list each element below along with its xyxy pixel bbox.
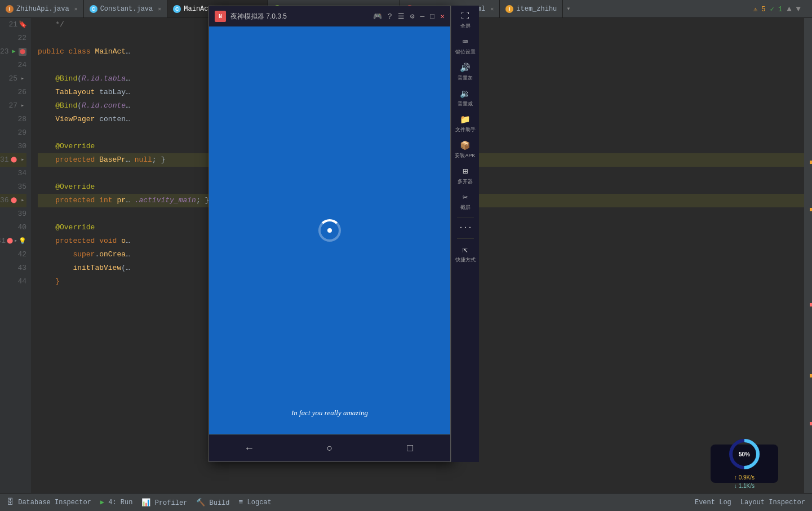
expand-icon-25[interactable]: ▸ [19,75,26,83]
right-scrollbar[interactable] [804,18,812,493]
nox-titlebar: N 夜神模拟器 7.0.3.5 🎮 ? ☰ ⚙ — □ ✕ [209,6,450,26]
event-log-button[interactable]: Event Log [695,499,731,506]
nox-keyboard-label: 键位设置 [455,48,476,56]
nox-window-controls: 🎮 ? ☰ ⚙ — □ ✕ [373,12,445,21]
nox-emulator-overlay: N 夜神模拟器 7.0.3.5 🎮 ? ☰ ⚙ — □ ✕ In fact yo… [208,6,479,462]
profiler-button[interactable]: 📊 Profiler [141,498,187,507]
nox-keyboard-icon: ⌨ [463,37,468,47]
nox-home-button[interactable]: ○ [320,438,340,459]
nox-keyboard-button[interactable]: ⌨ 键位设置 [452,34,478,59]
gutter-line-29: 29 [0,126,26,140]
spinner-center-dot [327,228,332,233]
gutter-line-26: 26 [0,86,26,99]
layout-inspector-button[interactable]: Layout Inspector [740,499,805,506]
nox-more-button[interactable]: ··· [452,220,478,235]
tab-zhihuapi[interactable]: I ZhihuApi.java ✕ [0,0,84,18]
nox-fullscreen-label: 全屏 [460,23,471,30]
ok-indicator: ✓ 1 [770,5,783,14]
tab-icon-itemzhihu: I [505,5,513,13]
line-number-gutter: 21 🔖 22 23 ▶ ⬤ 24 25 ▸ 26 27 ▸ [0,18,31,493]
nox-maximize-icon[interactable]: □ [430,12,434,21]
nox-screenshot-label: 截屏 [460,204,471,211]
nox-tagline: In fact you really amazing [209,408,450,417]
warning-indicator: ⚠ 5 [753,5,766,14]
gutter-line-22: 22 [0,32,26,45]
speed-readings: ↑ 0.9K/s ↓ 1.1K/s [734,474,755,489]
gutter-line-30: 30 [0,140,26,153]
nav-down-arrow[interactable]: ▼ [796,5,801,14]
tab-close-constant[interactable]: ✕ [158,6,161,12]
nox-logo: N [215,11,226,22]
nox-apk-label: 安装APK [455,152,475,159]
speed-percent: 50% [739,451,750,457]
speed-down: ↓ 1.1K/s [734,483,755,489]
nox-close-icon[interactable]: ✕ [440,12,445,21]
database-inspector-label: Database Inspector [18,499,91,506]
event-log-label: Event Log [695,499,731,506]
tab-overflow-button[interactable]: ▾ [563,5,574,13]
nox-volume-up-button[interactable]: 🔊 音量加 [452,60,478,85]
nox-gamepad-icon[interactable]: 🎮 [373,12,382,21]
nox-phone-screen[interactable]: In fact you really amazing [209,26,450,434]
run-icon-23[interactable]: ▶ [10,48,18,56]
nox-menu-icon[interactable]: ☰ [398,12,405,21]
scroll-marker-warning-1 [810,161,812,164]
expand-icon-41[interactable]: ▸ [14,237,17,245]
gutter-line-34: 34 [0,167,26,180]
nox-back-button[interactable]: ← [239,438,259,459]
nox-volume-down-button[interactable]: 🔉 音量减 [452,86,478,110]
scroll-marker-warning-2 [810,208,812,211]
tab-label-itemzhihu: item_zhihu [516,5,557,13]
speed-overlay: 50% ↑ 0.9K/s ↓ 1.1K/s [711,445,778,483]
run-label: 4: Run [108,499,132,506]
build-button[interactable]: 🔨 Build [196,498,229,507]
nox-shortcut-button[interactable]: ⇱ 快捷方式 [452,242,478,266]
gutter-line-21: 21 🔖 [0,18,26,32]
gutter-line-23: 23 ▶ ⬤ [0,45,26,59]
nox-recents-button[interactable]: □ [400,438,420,459]
nox-screenshot-button[interactable]: ✂ 截屏 [452,189,478,214]
expand-icon-36[interactable]: ▸ [19,197,26,205]
nox-volume-down-label: 音量减 [458,100,473,108]
breakpoint-icon-23[interactable]: ⬤ [19,48,26,56]
tab-close-activitymain[interactable]: ✕ [490,6,494,12]
logcat-button[interactable]: ≡ Logcat [239,498,272,506]
nox-settings-icon[interactable]: ⚙ [410,12,415,21]
scroll-marker-warning-3 [810,374,812,377]
nox-apk-button[interactable]: 📦 安装APK [452,137,478,162]
gutter-line-28: 28 [0,113,26,126]
nox-multi-button[interactable]: ⊞ 多开器 [452,163,478,188]
bulb-icon-41[interactable]: 💡 [19,237,26,245]
nox-sidebar: ⛶ 全屏 ⌨ 键位设置 🔊 音量加 🔉 音量减 📁 文件助手 📦 安装APK ⊞… [451,6,479,462]
nox-question-icon[interactable]: ? [388,12,392,21]
tab-icon-constant: C [90,5,97,13]
tab-constant[interactable]: C Constant.java ✕ [84,0,168,18]
tab-itemzhihu[interactable]: I item_zhihu [500,0,563,18]
run-button[interactable]: ▶ 4: Run [100,498,133,506]
database-inspector-button[interactable]: 🗄 Database Inspector [7,498,91,506]
nox-more-icon: ··· [458,223,472,233]
error-icon-36: ⬤ [10,197,18,205]
nox-multi-label: 多开器 [458,178,473,185]
nox-file-button[interactable]: 📁 文件助手 [452,112,478,136]
tab-label-constant: Constant.java [100,5,153,13]
expand-icon-31[interactable]: ▸ [19,156,26,164]
nox-fullscreen-button[interactable]: ⛶ 全屏 [452,8,478,33]
nox-apk-icon: 📦 [460,140,471,151]
nox-file-icon: 📁 [460,114,471,125]
nav-up-arrow[interactable]: ▲ [787,5,791,14]
gutter-line-42: 42 [0,248,26,261]
profiler-label: Profiler [155,499,188,507]
profiler-icon: 📊 [141,499,150,507]
nox-volume-up-icon: 🔊 [460,63,471,73]
expand-icon-27[interactable]: ▸ [19,102,26,110]
nox-minimize-icon[interactable]: — [420,12,425,21]
scroll-marker-error-2 [810,422,812,425]
gutter-line-41: 41 ⬤ ▸ 💡 [0,234,26,248]
nox-multi-icon: ⊞ [463,166,468,177]
error-icon-31: ⬤ [10,156,18,164]
tab-close-zhihuapi[interactable]: ✕ [74,6,78,12]
run-icon: ▶ [100,499,104,506]
logcat-label: Logcat [247,499,272,506]
gutter-line-35: 35 [0,180,26,194]
